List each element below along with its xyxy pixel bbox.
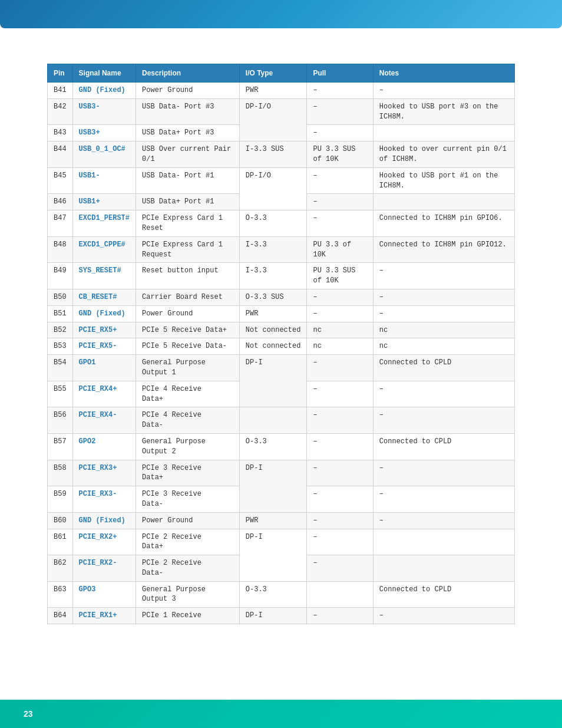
cell-pull: – [307,381,373,407]
cell-notes [373,555,514,582]
cell-io: O-3.3 [239,433,307,460]
cell-description: USB Data+ Port #1 [136,194,240,210]
cell-pull: nc [307,322,373,338]
cell-pin: B57 [48,433,73,460]
cell-description: General Purpose Output 3 [136,581,240,608]
cell-description: USB Over current Pair 0/1 [136,141,240,168]
cell-pin: B41 [48,83,73,99]
cell-notes: Hooked to over current pin 0/1 of ICH8M. [373,141,514,168]
cell-description: PCIe Express Card 1 Request [136,236,240,263]
cell-pin: B58 [48,460,73,486]
cell-pin: B43 [48,125,73,141]
cell-signal: CB_RESET# [72,289,135,305]
cell-notes: – [373,512,514,529]
table-row: B53PCIE_RX5-PCIe 5 Receive Data-Not conn… [48,338,515,355]
cell-pull: PU 3.3 SUS of 10K [307,263,373,289]
cell-notes: – [373,381,514,407]
cell-io: DP-I/O [239,167,307,210]
col-io: I/O Type [239,64,307,83]
cell-description: Power Ground [136,512,240,529]
table-row: B50CB_RESET#Carrier Board ResetO-3.3 SUS… [48,289,515,305]
cell-signal: USB1- [72,167,135,194]
cell-pull: PU 3.3 of 10K [307,236,373,263]
cell-pin: B42 [48,98,73,125]
cell-signal: GND (Fixed) [72,305,135,322]
cell-pull: – [307,486,373,513]
cell-io: DP-I [239,355,307,407]
cell-notes: Connected to ICH8M pin GPIO6. [373,210,514,237]
cell-description: Reset button input [136,263,240,289]
table-row: B41GND (Fixed)Power GroundPWR–– [48,83,515,99]
cell-signal: USB3- [72,98,135,125]
cell-description: PCIe 5 Receive Data- [136,338,240,355]
cell-pull: nc [307,338,373,355]
cell-pull: – [307,98,373,125]
cell-notes: nc [373,338,514,355]
cell-notes: – [373,486,514,513]
cell-io: DP-I/O [239,98,307,141]
table-row: B44USB_0_1_OC#USB Over current Pair 0/1I… [48,141,515,168]
cell-signal: PCIE_RX3- [72,486,135,513]
cell-notes: – [373,460,514,486]
cell-pin: B63 [48,581,73,608]
table-row: B63GPO3General Purpose Output 3O-3.3Conn… [48,581,515,608]
cell-io: I-3.3 [239,236,307,263]
cell-description: PCIe 5 Receive Data+ [136,322,240,338]
table-row: B49SYS_RESET#Reset button inputI-3.3PU 3… [48,263,515,289]
cell-pull: – [307,194,373,210]
col-pull: Pull [307,64,373,83]
cell-notes: – [373,608,514,624]
cell-pin: B49 [48,263,73,289]
cell-pull: – [307,83,373,99]
cell-pin: B55 [48,381,73,407]
cell-description: USB Data+ Port #3 [136,125,240,141]
cell-pull: – [307,355,373,381]
cell-pull: – [307,608,373,624]
col-pin: Pin [48,64,73,83]
cell-pull: – [307,433,373,460]
cell-pull: PU 3.3 SUS of 10K [307,141,373,168]
cell-notes: – [373,83,514,99]
cell-io: O-3.3 SUS [239,289,307,305]
cell-signal: GPO2 [72,433,135,460]
cell-description: USB Data- Port #3 [136,98,240,125]
cell-pull: – [307,305,373,322]
cell-pull: – [307,555,373,582]
table-row: B61PCIE_RX2+PCIe 2 Receive Data+DP-I– [48,529,515,555]
cell-notes: Connected to ICH8M pin GPIO12. [373,236,514,263]
cell-signal: GND (Fixed) [72,83,135,99]
cell-description: General Purpose Output 2 [136,433,240,460]
cell-signal: GPO1 [72,355,135,381]
cell-notes: Hooked to USB port #1 on the ICH8M. [373,167,514,194]
cell-pin: B45 [48,167,73,194]
cell-description: PCIe 2 Receive Data+ [136,529,240,555]
table-row: B56PCIE_RX4-PCIe 4 Receive Data-–– [48,407,515,434]
table-row: B47EXCD1_PERST#PCIe Express Card 1 Reset… [48,210,515,237]
page-number: 23 [24,709,33,719]
cell-signal: PCIE_RX1+ [72,608,135,624]
cell-description: PCIe Express Card 1 Reset [136,210,240,237]
cell-notes: – [373,305,514,322]
cell-io: I-3.3 SUS [239,141,307,168]
cell-description: Carrier Board Reset [136,289,240,305]
cell-pull [307,581,373,608]
table-row: B51GND (Fixed)Power GroundPWR–– [48,305,515,322]
cell-signal: EXCD1_CPPE# [72,236,135,263]
table-row: B57GPO2General Purpose Output 2O-3.3–Con… [48,433,515,460]
cell-io [239,407,307,434]
cell-io: DP-I [239,529,307,581]
cell-notes: Connected to CPLD [373,355,514,381]
cell-pin: B52 [48,322,73,338]
cell-pull: – [307,289,373,305]
footer-bar: 23 [0,700,562,728]
cell-notes: Hooked to USB port #3 on the ICH8M. [373,98,514,125]
table-row: B58PCIE_RX3+PCIe 3 Receive Data+DP-I–– [48,460,515,486]
cell-signal: PCIE_RX2- [72,555,135,582]
cell-signal: PCIE_RX5+ [72,322,135,338]
cell-signal: PCIE_RX4- [72,407,135,434]
cell-signal: EXCD1_PERST# [72,210,135,237]
cell-io: PWR [239,83,307,99]
table-row: B48EXCD1_CPPE#PCIe Express Card 1 Reques… [48,236,515,263]
cell-io: PWR [239,512,307,529]
table-row: B64PCIE_RX1+PCIe 1 ReceiveDP-I–– [48,608,515,624]
